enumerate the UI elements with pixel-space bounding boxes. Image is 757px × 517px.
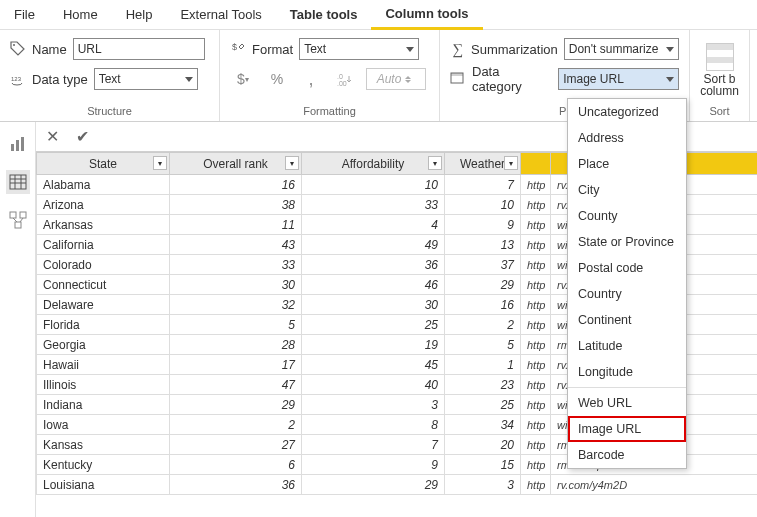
cell[interactable]: Connecticut [37,275,170,295]
cell[interactable]: http [521,455,551,475]
data-category-select[interactable]: Image URL [558,68,679,90]
cell[interactable]: 16 [445,295,521,315]
sort-button[interactable]: Sort bcolumn [700,73,739,97]
cell[interactable]: 25 [302,315,445,335]
cell[interactable]: 3 [445,475,521,495]
currency-button[interactable]: $ ▾ [230,68,256,90]
cell[interactable]: 32 [170,295,302,315]
cell[interactable]: Florida [37,315,170,335]
cell[interactable]: Colorado [37,255,170,275]
cell[interactable]: 17 [170,355,302,375]
cell[interactable]: 25 [445,395,521,415]
dropdown-item[interactable]: City [568,177,686,203]
tab-column-tools[interactable]: Column tools [371,0,482,30]
cell[interactable]: 3 [302,395,445,415]
cell[interactable]: 36 [302,255,445,275]
dropdown-item[interactable]: Image URL [568,416,686,442]
format-select[interactable]: Text [299,38,419,60]
tab-help[interactable]: Help [112,0,167,29]
cell[interactable]: 34 [445,415,521,435]
cell[interactable]: Kansas [37,435,170,455]
decimal-places-input[interactable]: Auto [366,68,426,90]
dropdown-item[interactable]: State or Province [568,229,686,255]
cell[interactable]: http [521,315,551,335]
cell[interactable]: Arizona [37,195,170,215]
cell[interactable]: 29 [170,395,302,415]
cell[interactable]: 5 [445,335,521,355]
filter-caret-icon[interactable]: ▾ [428,156,442,170]
cell[interactable]: 16 [170,175,302,195]
cancel-formula-button[interactable]: ✕ [42,127,62,147]
cell[interactable]: Louisiana [37,475,170,495]
cell[interactable]: rv.com/y4m2D [551,475,758,495]
cell[interactable]: http [521,355,551,375]
cell[interactable]: 19 [302,335,445,355]
cell[interactable]: 33 [302,195,445,215]
cell[interactable]: 20 [445,435,521,455]
cell[interactable]: 7 [302,435,445,455]
cell[interactable]: 29 [445,275,521,295]
cell[interactable]: http [521,475,551,495]
dropdown-item[interactable]: Barcode [568,442,686,468]
cell[interactable]: Delaware [37,295,170,315]
cell[interactable]: Alabama [37,175,170,195]
dropdown-item[interactable]: Place [568,151,686,177]
dropdown-item[interactable]: Latitude [568,333,686,359]
cell[interactable]: California [37,235,170,255]
comma-button[interactable]: , [298,68,324,90]
filter-caret-icon[interactable]: ▾ [153,156,167,170]
cell[interactable]: http [521,235,551,255]
cell[interactable]: Hawaii [37,355,170,375]
cell[interactable]: 6 [170,455,302,475]
tab-external-tools[interactable]: External Tools [166,0,275,29]
cell[interactable]: 29 [302,475,445,495]
column-header[interactable]: State▾ [37,153,170,175]
cell[interactable]: 13 [445,235,521,255]
cell[interactable]: http [521,375,551,395]
tab-table-tools[interactable]: Table tools [276,0,372,29]
dropdown-item[interactable]: Country [568,281,686,307]
cell[interactable]: 9 [302,455,445,475]
commit-formula-button[interactable]: ✔ [72,127,92,147]
cell[interactable]: 33 [170,255,302,275]
cell[interactable]: 8 [302,415,445,435]
report-view-button[interactable] [6,132,30,156]
cell[interactable]: 37 [445,255,521,275]
cell[interactable]: Iowa [37,415,170,435]
cell[interactable]: Illinois [37,375,170,395]
cell[interactable]: 7 [445,175,521,195]
column-header[interactable]: Weather▾ [445,153,521,175]
cell[interactable]: 36 [170,475,302,495]
tab-file[interactable]: File [0,0,49,29]
tab-home[interactable]: Home [49,0,112,29]
cell[interactable]: 30 [170,275,302,295]
cell[interactable]: 10 [445,195,521,215]
decimal-button[interactable]: .0.00 [332,68,358,90]
filter-caret-icon[interactable]: ▾ [285,156,299,170]
cell[interactable]: Indiana [37,395,170,415]
cell[interactable]: http [521,175,551,195]
cell[interactable]: 23 [445,375,521,395]
cell[interactable]: 10 [302,175,445,195]
cell[interactable]: http [521,435,551,455]
dropdown-item[interactable]: Longitude [568,359,686,385]
percent-button[interactable]: % [264,68,290,90]
dropdown-item[interactable]: Web URL [568,390,686,416]
cell[interactable]: http [521,215,551,235]
cell[interactable]: 38 [170,195,302,215]
cell[interactable]: Kentucky [37,455,170,475]
cell[interactable]: 30 [302,295,445,315]
data-view-button[interactable] [6,170,30,194]
cell[interactable]: 9 [445,215,521,235]
summarization-select[interactable]: Don't summarize [564,38,679,60]
cell[interactable]: 2 [170,415,302,435]
cell[interactable]: Arkansas [37,215,170,235]
dropdown-item[interactable]: Continent [568,307,686,333]
name-input[interactable]: URL [73,38,205,60]
cell[interactable]: Georgia [37,335,170,355]
cell[interactable]: http [521,395,551,415]
cell[interactable]: 40 [302,375,445,395]
column-header[interactable] [521,153,551,175]
cell[interactable]: 15 [445,455,521,475]
cell[interactable]: 11 [170,215,302,235]
